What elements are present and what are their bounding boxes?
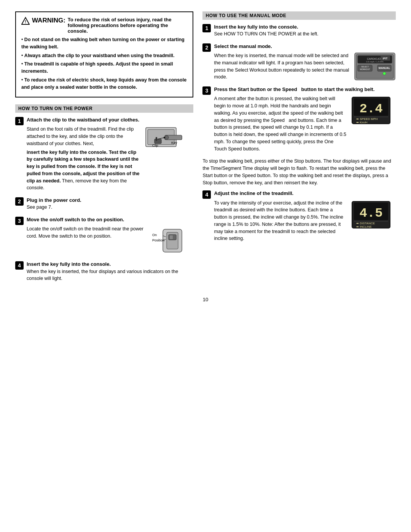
svg-text:On: On xyxy=(152,233,157,237)
right-step-3-content: Press the Start button or the Speed butt… xyxy=(214,86,396,154)
right-step-2-content: Select the manual mode. When the key is … xyxy=(214,43,396,82)
step-1-content: Attach the clip to the waistband of your… xyxy=(27,117,193,193)
right-step-4-content: Adjust the incline of the treadmill. To … xyxy=(214,190,396,244)
svg-text:➡ DISTANCE: ➡ DISTANCE xyxy=(356,222,375,225)
svg-point-5 xyxy=(165,136,169,139)
right-column: HOW TO USE THE MANUAL MODE 1 Insert the … xyxy=(202,11,396,288)
step-1-title: Attach the clip to the waistband of your… xyxy=(27,117,193,123)
step-1-text-bold: insert the key fully into the console. T… xyxy=(27,149,140,192)
step-3-body: Locate the on/off switch on the treadmil… xyxy=(27,225,193,257)
right-step-4-para: To vary the intensity of your exercise, … xyxy=(214,200,346,243)
right-step-1-content: Insert the key fully into the console. S… xyxy=(214,24,396,39)
step-number-4: 4 xyxy=(15,261,24,270)
svg-text:iFIT: iFIT xyxy=(383,57,388,60)
step-3-text: Locate the on/off switch on the treadmil… xyxy=(27,225,148,241)
speed-display-svg: 2.4 ➡ SPEED MPH ➡ Km/H xyxy=(350,95,392,126)
svg-text:Key: Key xyxy=(171,141,177,145)
right-step-number-4: 4 xyxy=(202,190,211,199)
left-section-header: HOW TO TURN ON THE POWER xyxy=(15,104,193,113)
warning-bullet-2: • Always attach the clip to your waistba… xyxy=(21,52,187,59)
console-svg: CARDIOJOG 0.6 mph / 1.5-8% iFIT SELECT W… xyxy=(354,52,396,81)
svg-rect-14 xyxy=(170,235,173,239)
svg-text:0.6 mph / 1.5-8%: 0.6 mph / 1.5-8% xyxy=(366,61,384,63)
warning-body: • Do not stand on the walking belt when … xyxy=(21,36,187,91)
right-step-2-title: Select the manual mode. xyxy=(214,43,396,50)
page-number: 10 xyxy=(15,297,396,302)
svg-text:SELECT: SELECT xyxy=(361,66,368,68)
step-2-see-page: See page 7. xyxy=(27,204,193,211)
svg-text:!: ! xyxy=(25,19,26,24)
left-step-3: 3 Move the on/off switch to the on posit… xyxy=(15,216,193,257)
warning-title: ! WARNING: To reduce the risk of serious… xyxy=(21,17,187,34)
incline-display-svg: 4.5 ➡ DISTANCE ➡ INCLINE xyxy=(350,200,392,230)
svg-text:➡ SPEED MPH: ➡ SPEED MPH xyxy=(356,117,378,121)
speed-display: 2.4 ➡ SPEED MPH ➡ Km/H xyxy=(350,95,396,127)
position-svg: On Position xyxy=(151,225,193,256)
console-panel-illustration: CARDIOJOG 0.6 mph / 1.5-8% iFIT SELECT W… xyxy=(354,52,396,82)
svg-text:Position: Position xyxy=(152,238,164,242)
warning-bullet-3: • The treadmill is capable of high speed… xyxy=(21,61,187,75)
right-step-1-text: See HOW TO TURN ON THE POWER at the left… xyxy=(214,30,396,38)
svg-text:➡ INCLINE: ➡ INCLINE xyxy=(356,225,372,228)
left-step-1: 1 Attach the clip to the waistband of yo… xyxy=(15,117,193,193)
step-2-text: See page 7. xyxy=(27,204,193,211)
warning-box: ! WARNING: To reduce the risk of serious… xyxy=(15,11,193,97)
svg-text:➡ Km/H: ➡ Km/H xyxy=(356,121,367,124)
incline-display: 4.5 ➡ DISTANCE ➡ INCLINE xyxy=(350,200,396,231)
right-step-4-text: To vary the intensity of your exercise, … xyxy=(214,200,346,244)
right-step-2: 2 Select the manual mode. When the key i… xyxy=(202,43,396,82)
page-container: ! WARNING: To reduce the risk of serious… xyxy=(15,11,396,302)
step-number-2: 2 xyxy=(15,197,24,206)
step-2-content: Plug in the power cord. See page 7. xyxy=(27,197,193,212)
right-section-header: HOW TO USE THE MANUAL MODE xyxy=(202,11,396,20)
warning-bullet-1: • Do not stand on the walking belt when … xyxy=(21,36,187,51)
step-3-title: Move the on/off switch to the on positio… xyxy=(27,216,193,223)
stop-text-para: To stop the walking belt, press either o… xyxy=(202,158,396,186)
position-illustration: On Position xyxy=(151,225,193,257)
right-step-3-title: Press the Start button or the Speed butt… xyxy=(214,86,396,93)
svg-text:Clip: Clip xyxy=(152,144,158,147)
step-number-1: 1 xyxy=(15,117,24,125)
right-step-2-para: When the key is inserted, the manual mod… xyxy=(214,52,350,81)
main-content: ! WARNING: To reduce the risk of serious… xyxy=(15,11,396,288)
right-step-2-text: When the key is inserted, the manual mod… xyxy=(214,52,350,82)
svg-rect-7 xyxy=(156,137,157,141)
warning-bullet-4: • To reduce the risk of electric shock, … xyxy=(21,77,187,91)
right-step-3-title-text: Press the Start button or the Speed butt… xyxy=(214,86,374,92)
step-2-title: Plug in the power cord. xyxy=(27,197,193,204)
warning-triangle-icon: ! xyxy=(21,17,30,25)
svg-text:2.4: 2.4 xyxy=(359,102,382,116)
step-4-paragraph: When the key is inserted, the four displ… xyxy=(27,268,193,283)
left-step-2: 2 Plug in the power cord. See page 7. xyxy=(15,197,193,212)
right-step-3-text: A moment after the button is pressed, th… xyxy=(214,95,346,154)
warning-subtitle: To reduce the risk of serious injury, re… xyxy=(68,17,188,34)
step-3-content: Move the on/off switch to the on positio… xyxy=(27,216,193,257)
right-step-1-para: See HOW TO TURN ON THE POWER at the left… xyxy=(214,30,396,38)
right-step-3-para1: A moment after the button is pressed, th… xyxy=(214,95,346,152)
right-step-4: 4 Adjust the incline of the treadmill. T… xyxy=(202,190,396,244)
step-3-paragraph: Locate the on/off switch on the treadmil… xyxy=(27,225,148,240)
svg-text:MANUAL: MANUAL xyxy=(379,67,390,69)
right-step-1: 1 Insert the key fully into the console.… xyxy=(202,24,396,39)
right-step-number-3: 3 xyxy=(202,86,211,95)
svg-text:4.5: 4.5 xyxy=(359,206,382,220)
warning-label: WARNING: xyxy=(32,17,65,24)
right-step-4-title: Adjust the incline of the treadmill. xyxy=(214,190,396,197)
left-step-4: 4 Insert the key fully into the console.… xyxy=(15,261,193,284)
svg-text:WORKOUT: WORKOUT xyxy=(360,68,370,70)
stop-paragraph: To stop the walking belt, press either o… xyxy=(202,158,396,186)
step-4-title: Insert the key fully into the console. xyxy=(27,261,193,268)
right-step-number-1: 1 xyxy=(202,24,211,32)
right-step-1-title: Insert the key fully into the console. xyxy=(214,24,396,30)
step-1-text: Stand on the foot rails of the treadmill… xyxy=(27,126,140,193)
left-column: ! WARNING: To reduce the risk of serious… xyxy=(15,11,193,288)
right-step-4-body: To vary the intensity of your exercise, … xyxy=(214,200,396,244)
step-1-text-before: Stand on the foot rails of the treadmill… xyxy=(27,126,140,147)
svg-rect-6 xyxy=(155,139,161,144)
step-4-content: Insert the key fully into the console. W… xyxy=(27,261,193,284)
step-number-3: 3 xyxy=(15,217,24,225)
right-step-3: 3 Press the Start button or the Speed bu… xyxy=(202,86,396,154)
svg-text:CARDIOJOG: CARDIOJOG xyxy=(367,58,383,60)
right-step-2-body: When the key is inserted, the manual mod… xyxy=(214,52,396,82)
clip-key-illustration: Key Clip xyxy=(144,126,193,157)
